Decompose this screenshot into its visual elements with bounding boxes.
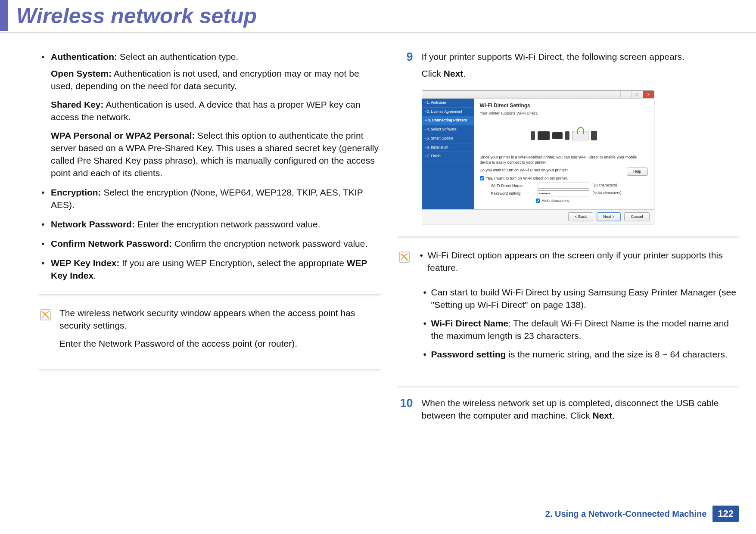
lead: WPA Personal or WPA2 Personal: [51,130,195,140]
wifi-direct-name-input[interactable] [538,183,589,189]
step9-line2: Click Next. [422,68,739,80]
page-header: Wireless network setup [0,0,756,34]
lead: Open System: [51,68,112,78]
nav-item[interactable]: › 7. Finish [422,152,474,161]
lead: Confirm Network Password: [51,239,172,248]
nav-item[interactable]: › 5. Smart Update [422,134,474,143]
hide-characters-checkbox[interactable] [536,199,540,203]
tablet-icon [591,131,597,140]
callout-separator-bottom [398,386,739,388]
password-setting-input[interactable]: •••••••• [538,190,589,196]
body: Select an authentication type. [117,52,238,62]
lead: WEP Key Index: [51,258,120,268]
field-label: Password setting: [491,191,534,196]
t: When the wireless network set up is comp… [422,398,719,420]
page-title: Wireless network setup [0,3,756,28]
t-bold: Next [592,410,612,420]
checkbox-label: Yes, I want to turn on Wi-Fi Direct on m… [486,176,568,181]
note-line1: The wireless network security window app… [59,307,380,332]
enable-wifi-direct-checkbox-row: Yes, I want to turn on Wi-Fi Direct on m… [480,176,648,181]
body-a: If you are using WEP Encryption, select … [120,258,347,268]
field-hint: (8~64 characters) [593,191,622,196]
sub-wpa: WPA Personal or WPA2 Personal: Select th… [51,130,380,180]
wifi-direct-name-row: Wi-Fi Direct Name: (23 characters) [491,183,648,189]
step10-text: When the wireless network set up is comp… [422,397,739,422]
lead: Password setting [431,349,506,359]
step-number: 10 [398,397,413,410]
item-encryption: Encryption: Select the encryption (None,… [39,186,380,211]
next-button[interactable]: Next > [597,212,621,221]
step-9: 9 If your printer supports Wi-Fi Direct,… [398,51,739,84]
note-text: The wireless network security window app… [59,307,380,351]
header-rule [0,32,756,34]
maximize-icon[interactable]: ▢ [632,91,643,98]
note-line2: Enter the Network Password of the access… [59,338,380,350]
installer-main: Wi-Fi Direct Settings Your printer suppo… [474,99,654,210]
footer-chapter: 2. Using a Network-Connected Machine [545,509,707,519]
nav-item[interactable]: › 6. Installation [422,143,474,152]
cross-ref-link[interactable]: "Setting up Wi-Fi Direct" on page 138). [431,300,586,310]
step-10: 10 When the wireless network set up is c… [398,397,739,426]
wifi-icon [577,127,584,134]
t: . [612,410,615,420]
callout-separator-bottom [39,369,380,372]
definitions-list: Authentication: Select an authentication… [39,51,380,282]
password-setting-row: Password setting: •••••••• (8~64 charact… [491,190,648,196]
note2-item4: Password setting is the numeric string, … [422,348,739,361]
installer-footer: < Back Next > Cancel [422,209,654,224]
body: Confirm the encryption network password … [172,239,367,248]
step9-line1: If your printer supports Wi-Fi Direct, t… [422,51,739,63]
printer-icon [572,131,588,140]
right-column: 9 If your printer supports Wi-Fi Direct,… [398,51,739,432]
installer-question: Do you want to turn on Wi-Fi Direct on y… [480,168,648,173]
security-note-callout: The wireless network security window app… [39,304,380,357]
content-columns: Authentication: Select an authentication… [0,34,756,432]
lead: Wi-Fi Direct Name [431,318,509,328]
help-button[interactable]: Help [627,168,648,175]
phone-icon [531,131,535,140]
sub-open-system: Open System: Authentication is not used,… [51,68,380,93]
window-titlebar: — ▢ ✕ [422,91,654,99]
hide-characters-row: Hide characters [536,198,648,203]
lead: Encryption: [51,187,101,197]
t: Samsung Easy Printer Manager (see [588,287,736,297]
body-c: . [93,270,96,280]
laptop-icon [552,132,563,139]
step-number: 9 [398,51,413,64]
body: Enter the encryption network password va… [135,219,320,229]
nav-item-active[interactable]: ›› 3. Connecting Printers [422,116,474,125]
nav-item[interactable]: › 2. License Agreement [422,108,474,117]
back-button[interactable]: < Back [568,212,593,221]
minimize-icon[interactable]: — [620,91,632,98]
enable-wifi-direct-checkbox[interactable] [480,176,484,180]
monitor-icon [538,131,550,140]
wifi-illustration [480,121,648,151]
page-footer: 2. Using a Network-Connected Machine 122 [545,506,739,522]
footer-page-number: 122 [712,506,739,522]
note2-item3: Wi-Fi Direct Name: The default Wi-Fi Dir… [422,317,739,342]
checkbox-label: Hide characters [542,198,569,203]
field-label: Wi-Fi Direct Name: [491,183,534,188]
nav-item[interactable]: › 4. Select Software [422,125,474,134]
item-confirm-network-password: Confirm Network Password: Confirm the en… [39,238,380,250]
t: Can start to build Wi-Fi Direct by using [431,287,588,297]
close-icon[interactable]: ✕ [643,91,654,98]
nav-item[interactable]: › 1. Welcome [422,99,474,108]
lead: Network Password: [51,219,135,229]
phone-icon [565,131,569,140]
callout-separator-top [39,294,380,297]
wifi-direct-note-callout: Wi-Fi Direct option appears on the scree… [398,247,739,374]
installer-title: Wi-Fi Direct Settings [480,102,648,109]
t: Click [422,68,444,78]
lead: Shared Key: [51,99,104,109]
cancel-button[interactable]: Cancel [624,212,649,221]
accent-bar [0,0,8,31]
t-bold: Next [444,68,464,78]
note-icon [39,308,53,322]
body: is the numeric string, and the size is 8… [506,349,727,359]
left-column: Authentication: Select an authentication… [39,51,380,432]
note2-item2: Can start to build Wi-Fi Direct by using… [422,286,739,311]
note2-item1: Wi-Fi Direct option appears on the scree… [418,249,739,274]
field-hint: (23 characters) [593,183,617,188]
note-icon [398,250,411,264]
